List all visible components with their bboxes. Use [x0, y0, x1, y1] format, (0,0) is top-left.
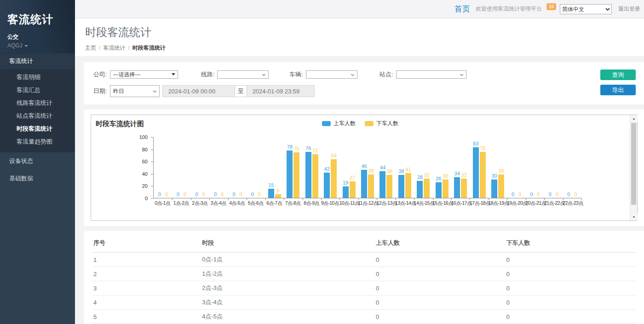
- sidebar-subitem[interactable]: 线路客流统计: [0, 97, 75, 110]
- chart-scrollbar[interactable]: ▲ ▼: [630, 115, 637, 220]
- bar-value-label: 0: [184, 191, 186, 197]
- content: 公司: ---请选择--- 线路: 车辆: 站点:: [75, 56, 644, 324]
- bar-value-label: 78: [287, 144, 293, 150]
- legend-item[interactable]: 下车人数: [365, 120, 398, 127]
- bar-plot-area: 0000000000001567875767242641927463944383…: [153, 137, 581, 198]
- bar[interactable]: [268, 189, 274, 198]
- bar-value-label: 76: [305, 145, 311, 151]
- sidebar-subitem[interactable]: 客流汇总: [0, 84, 75, 97]
- line-select[interactable]: [217, 70, 269, 79]
- bar[interactable]: [287, 150, 293, 198]
- chevron-down-icon: [153, 89, 156, 93]
- station-select[interactable]: [396, 70, 466, 79]
- welcome-text: 欢迎使用客流统计管理平台: [476, 5, 542, 13]
- bar-value-label: 44: [380, 165, 385, 170]
- bar[interactable]: [331, 159, 337, 198]
- date-preset-select[interactable]: 昨日: [110, 85, 160, 97]
- sidebar-subitem[interactable]: 时段客流统计: [0, 122, 75, 135]
- sidebar-subitem[interactable]: 客流量趋势图: [0, 135, 75, 148]
- bar[interactable]: [473, 147, 479, 198]
- bar[interactable]: [380, 171, 385, 198]
- bar-value-label: 0: [239, 191, 242, 197]
- scrollbar-thumb[interactable]: [631, 123, 636, 205]
- sidebar-subitem[interactable]: 站点客流统计: [0, 110, 75, 122]
- bar[interactable]: [305, 152, 311, 198]
- export-button[interactable]: 导出: [600, 85, 636, 95]
- bar-column: 83: [473, 137, 479, 198]
- notification-badge[interactable]: 34: [546, 3, 556, 10]
- bar-column: 0: [219, 137, 225, 198]
- bar-group: 7672: [303, 137, 321, 198]
- sidebar-item[interactable]: 设备状态: [0, 152, 75, 170]
- bar-value-label: 0: [251, 191, 254, 197]
- legend-item[interactable]: 上车人数: [322, 120, 356, 127]
- bar[interactable]: [312, 154, 318, 198]
- bar-column: 38: [386, 137, 392, 198]
- bar-column: 0: [194, 137, 200, 198]
- chart-panel: 时段车流统计图 上车人数下车人数 020406080100 0000000000…: [84, 110, 644, 226]
- bar[interactable]: [491, 179, 497, 198]
- breadcrumb-link[interactable]: 主页: [85, 45, 96, 51]
- bar-group: 2630: [433, 137, 451, 198]
- page-head: 时段客流统计 主页/客流统计/时段客流统计: [75, 18, 644, 56]
- x-axis-tick-label: 2点-3点: [190, 200, 209, 207]
- bar-value-label: 32: [424, 172, 430, 178]
- bar[interactable]: [343, 186, 349, 198]
- bar-value-label: 0: [567, 191, 570, 197]
- breadcrumb-link[interactable]: 客流统计: [103, 45, 125, 51]
- bar[interactable]: [275, 194, 281, 198]
- home-link[interactable]: 首页: [454, 4, 470, 14]
- bar[interactable]: [498, 174, 504, 198]
- y-axis-tick: [151, 186, 153, 186]
- sidebar-item-passenger-stats[interactable]: 客流统计: [0, 53, 75, 69]
- bar-column: 26: [436, 137, 442, 198]
- bar-value-label: 38: [387, 168, 392, 174]
- bar[interactable]: [324, 173, 330, 198]
- vehicle-select[interactable]: [306, 70, 357, 79]
- bar-value-label: 30: [491, 173, 497, 179]
- bar[interactable]: [350, 181, 356, 198]
- bar[interactable]: [405, 173, 411, 198]
- date-start-input[interactable]: 2024-01-09 00:00: [162, 85, 235, 97]
- x-axis-tick-label: 0点-1点: [153, 200, 172, 207]
- company-select[interactable]: ---请选择---: [110, 70, 178, 79]
- bar[interactable]: [454, 177, 460, 198]
- x-axis-tick-label: 7点-8点: [283, 200, 302, 207]
- x-axis-tick-label: 4点-5点: [228, 200, 246, 207]
- table-cell: 0: [506, 310, 636, 324]
- bar[interactable]: [424, 179, 430, 198]
- date-end-input[interactable]: 2024-01-09 23:59: [247, 85, 315, 97]
- language-select[interactable]: 简体中文: [560, 4, 612, 14]
- bar-value-label: 0: [232, 191, 235, 197]
- bar[interactable]: [417, 181, 423, 198]
- bar-value-label: 0: [258, 191, 261, 197]
- bar[interactable]: [293, 152, 299, 198]
- bar[interactable]: [480, 152, 486, 198]
- filter-buttons: 查询 导出: [600, 69, 636, 98]
- station-label: 站点:: [380, 70, 393, 79]
- bar[interactable]: [398, 175, 404, 198]
- logout-link[interactable]: 退出登录: [618, 5, 640, 13]
- bar[interactable]: [461, 179, 467, 198]
- org-code-dropdown[interactable]: AQGJ: [7, 42, 75, 49]
- bar-value-label: 42: [324, 166, 330, 172]
- bar-value-label: 0: [512, 191, 514, 197]
- query-button[interactable]: 查询: [600, 69, 636, 80]
- bar-value-label: 0: [202, 191, 205, 197]
- bar[interactable]: [386, 175, 392, 198]
- bar[interactable]: [361, 170, 367, 198]
- scroll-down-icon[interactable]: ▼: [630, 214, 638, 220]
- sidebar-item[interactable]: 基础数据: [0, 170, 75, 187]
- bar[interactable]: [443, 179, 448, 198]
- bar-group: 7875: [284, 137, 302, 198]
- y-axis-tick-label: 80: [142, 147, 148, 152]
- bar[interactable]: [436, 182, 442, 198]
- bar[interactable]: [368, 174, 374, 198]
- table-cell: 4点-5点: [201, 310, 375, 324]
- bar-column: 46: [361, 137, 367, 198]
- bar-value-label: 39: [368, 168, 374, 174]
- bar-value-label: 19: [343, 180, 348, 185]
- table-cell: 5: [92, 310, 201, 324]
- sidebar-subitem[interactable]: 客流明细: [0, 71, 75, 84]
- scroll-up-icon[interactable]: ▲: [630, 115, 638, 122]
